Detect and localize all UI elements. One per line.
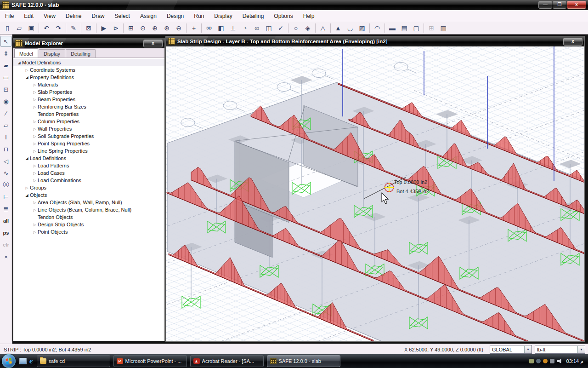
tree-collapsed-icon[interactable]: ▷ bbox=[32, 142, 38, 146]
tree-item-load-definitions[interactable]: ◢Load Definitions bbox=[13, 155, 164, 162]
tree-item-soil-subgrade-properties[interactable]: ▷Soil Subgrade Properties bbox=[13, 132, 164, 140]
taskbar-button-acrobat-reader-sa[interactable]: ▲Acrobat Reader - [SA... bbox=[190, 355, 264, 367]
show-contours-icon[interactable]: ▨ bbox=[356, 23, 368, 34]
rubber-band-zoom-icon[interactable]: ⊞ bbox=[125, 23, 136, 34]
tree-item-area-objects-slab-wall-ramp-null[interactable]: ▷Area Objects (Slab, Wall, Ramp, Null) bbox=[13, 199, 164, 206]
tree-item-reinforcing-bar-sizes[interactable]: ▷Reinforcing Bar Sizes bbox=[13, 103, 164, 110]
coord-system-dropdown[interactable]: GLOBAL ▼ bbox=[490, 345, 532, 354]
chevron-down-icon[interactable]: ▼ bbox=[524, 346, 531, 353]
menu-select[interactable]: Select bbox=[110, 11, 135, 21]
draw-tendon-icon[interactable]: ∿ bbox=[0, 167, 11, 178]
database-beam-icon[interactable]: ▬ bbox=[387, 23, 398, 34]
tree-collapsed-icon[interactable]: ▷ bbox=[32, 98, 38, 102]
run-analysis-icon[interactable]: ▶ bbox=[98, 23, 109, 34]
model-explorer-titlebar[interactable]: Model Explorer x bbox=[13, 38, 164, 48]
tree-collapsed-icon[interactable]: ▷ bbox=[32, 149, 38, 153]
check-ok-icon[interactable]: ✓ bbox=[275, 23, 286, 34]
draw-point-icon[interactable]: ○ bbox=[290, 23, 301, 34]
taskbar-button-safe-12-0-0-slab[interactable]: SAFE 12.0.0 - slab bbox=[267, 355, 340, 367]
menu-edit[interactable]: Edit bbox=[19, 11, 39, 21]
restore-button[interactable]: ❐ bbox=[553, 1, 566, 9]
named-views-icon[interactable]: ∞ bbox=[251, 23, 262, 34]
tree-item-wall-properties[interactable]: ▷Wall Properties bbox=[13, 125, 164, 132]
auto-draw-icon[interactable]: Ⓐ bbox=[0, 179, 11, 190]
zoom-out-one-step-icon[interactable]: ⊖ bbox=[173, 23, 184, 34]
tree-collapsed-icon[interactable]: ▷ bbox=[24, 186, 30, 190]
quick-draw-area-icon[interactable]: ▱ bbox=[0, 120, 11, 131]
redo-icon[interactable]: ↷ bbox=[53, 23, 64, 34]
model-explorer-close-button[interactable]: x bbox=[143, 40, 163, 47]
show-loads-icon[interactable]: ▲ bbox=[333, 23, 344, 34]
show-strip-forces-icon[interactable]: ◡ bbox=[345, 23, 356, 34]
menu-define[interactable]: Define bbox=[61, 11, 87, 21]
restore-full-view-icon[interactable]: ⊙ bbox=[137, 23, 148, 34]
network-tray-icon[interactable] bbox=[550, 359, 554, 363]
show-slab-design-icon[interactable]: ◠ bbox=[372, 23, 383, 34]
security-tray-icon[interactable] bbox=[543, 359, 548, 363]
tree-item-tendon-objects[interactable]: Tendon Objects bbox=[13, 213, 164, 221]
tree-item-design-strip-objects[interactable]: ▷Design Strip Objects bbox=[13, 221, 164, 228]
show-tables-icon[interactable]: ▥ bbox=[438, 23, 449, 34]
new-model-icon[interactable]: ▯ bbox=[2, 23, 13, 34]
tab-detailing[interactable]: Detailing bbox=[66, 49, 96, 58]
tree-collapsed-icon[interactable]: ▷ bbox=[32, 164, 38, 168]
tree-collapsed-icon[interactable]: ▷ bbox=[32, 230, 38, 234]
menu-display[interactable]: Display bbox=[209, 11, 237, 21]
tab-model[interactable]: Model bbox=[14, 48, 38, 58]
units-dropdown[interactable]: lb-ft ▼ bbox=[535, 345, 585, 354]
display-window-close-button[interactable]: x bbox=[563, 38, 582, 46]
tree-collapsed-icon[interactable]: ▷ bbox=[32, 127, 38, 131]
tree-expanded-icon[interactable]: ◢ bbox=[16, 61, 22, 65]
tree-item-materials[interactable]: ▷Materials bbox=[13, 81, 164, 88]
menu-run[interactable]: Run bbox=[189, 11, 209, 21]
menu-help[interactable]: Help bbox=[298, 11, 320, 21]
draw-wall-icon[interactable]: ⊓ bbox=[0, 144, 11, 155]
select-box-icon[interactable]: ▢ bbox=[411, 23, 422, 34]
menu-detailing[interactable]: Detailing bbox=[237, 11, 269, 21]
menu-view[interactable]: View bbox=[39, 11, 61, 21]
select-all-button[interactable]: all bbox=[0, 215, 11, 226]
edit-pencil-icon[interactable]: ✎ bbox=[68, 23, 79, 34]
select-previous-button[interactable]: ps bbox=[0, 227, 11, 238]
tree-item-coordinate-systems[interactable]: ▷Coordinate Systems bbox=[13, 66, 164, 74]
tree-collapsed-icon[interactable]: ▷ bbox=[32, 134, 38, 138]
tree-item-slab-properties[interactable]: ▷Slab Properties bbox=[13, 88, 164, 96]
tree-collapsed-icon[interactable]: ▷ bbox=[32, 90, 38, 94]
tree-item-load-combinations[interactable]: ▷Load Combinations bbox=[13, 177, 164, 184]
undo-icon[interactable]: ↶ bbox=[41, 23, 52, 34]
lock-model-icon[interactable]: ⊠ bbox=[83, 23, 94, 34]
tree-item-load-cases[interactable]: ▷Load Cases bbox=[13, 169, 164, 177]
tree-item-model-definitions[interactable]: ◢Model Definitions bbox=[13, 59, 164, 66]
tab-display[interactable]: Display bbox=[39, 49, 65, 58]
tree-item-objects[interactable]: ◢Objects bbox=[13, 191, 164, 199]
display-window-titlebar[interactable]: Slab Strip Design - Layer B - Top and Bo… bbox=[166, 36, 584, 46]
tree-item-load-patterns[interactable]: ▷Load Patterns bbox=[13, 162, 164, 169]
zoom-real-time-icon[interactable]: ⊛ bbox=[161, 23, 172, 34]
zoom-in-one-step-icon[interactable]: ⊕ bbox=[149, 23, 160, 34]
tree-item-groups[interactable]: ▷Groups bbox=[13, 184, 164, 191]
run-design-icon[interactable]: ⊳ bbox=[110, 23, 121, 34]
reshape-object-icon[interactable]: ⇕ bbox=[0, 48, 11, 59]
tree-item-line-spring-properties[interactable]: ▷Line Spring Properties bbox=[13, 147, 164, 155]
show-desktop-icon[interactable] bbox=[19, 358, 27, 364]
menu-options[interactable]: Options bbox=[269, 11, 298, 21]
tree-expanded-icon[interactable]: ◢ bbox=[24, 156, 30, 161]
draw-slab-area-icon[interactable]: ▰ bbox=[0, 60, 11, 71]
taskbar-button-microsoft-powerpoint[interactable]: PMicrosoft PowerPoint - ... bbox=[113, 355, 187, 367]
pan-icon[interactable]: + bbox=[188, 23, 199, 34]
draw-ramp-icon[interactable]: ◁ bbox=[0, 155, 11, 167]
draw-beam-icon[interactable]: Ⅰ bbox=[0, 132, 11, 143]
viewport[interactable]: Top 0.0000 in2 Bot 4.4359 in2 bbox=[166, 46, 584, 341]
snap-options-icon[interactable]: × bbox=[0, 251, 11, 262]
start-button[interactable] bbox=[2, 354, 16, 368]
clear-selection-button[interactable]: clr bbox=[0, 239, 11, 250]
save-icon[interactable]: ▣ bbox=[26, 23, 37, 34]
database-display-icon[interactable]: ▤ bbox=[399, 23, 410, 34]
menu-draw[interactable]: Draw bbox=[87, 11, 110, 21]
menu-assign[interactable]: Assign bbox=[135, 11, 162, 21]
tree-item-column-properties[interactable]: ▷Column Properties bbox=[13, 118, 164, 125]
grid-options-disabled-icon[interactable]: ⊞ bbox=[426, 23, 437, 34]
shrink-objects-icon[interactable]: ◧ bbox=[215, 23, 226, 34]
close-button[interactable]: x bbox=[567, 1, 586, 9]
internet-explorer-icon[interactable]: e bbox=[29, 358, 33, 364]
